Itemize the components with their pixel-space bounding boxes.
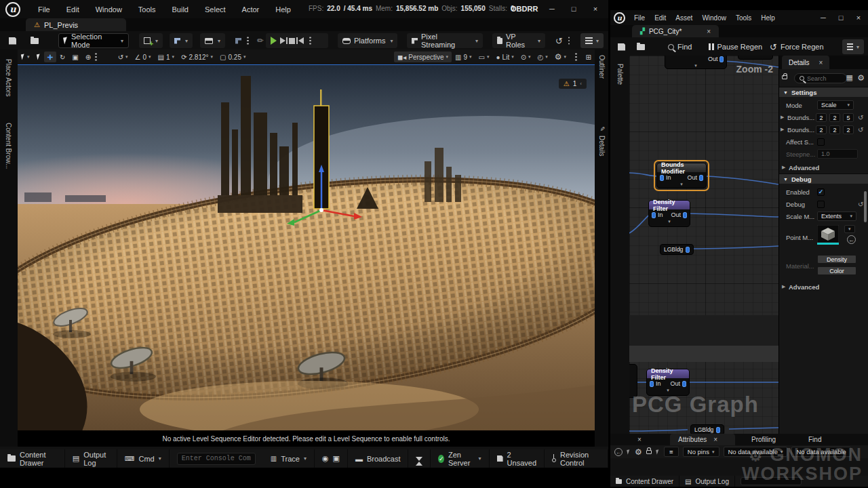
browse-button[interactable] <box>26 33 43 48</box>
enabled-checkbox[interactable]: ✓ <box>817 188 825 196</box>
in-pin[interactable] <box>650 381 654 387</box>
tab-find[interactable]: Find <box>800 434 829 445</box>
output-log-button[interactable]: ▤Output Log <box>65 449 117 468</box>
save-button[interactable] <box>613 39 630 54</box>
details-scrollbar[interactable] <box>864 191 867 222</box>
zen-server-dropdown[interactable]: ✓Zen Server▾ <box>431 449 489 468</box>
out-pin[interactable] <box>716 427 720 433</box>
pins-dropdown[interactable]: No pins▾ <box>683 447 719 457</box>
node-top-out[interactable]: Out ▾ <box>665 56 727 69</box>
affect-checkbox[interactable] <box>817 138 825 146</box>
data-dropdown-1[interactable]: No data available▾ <box>724 447 788 457</box>
output-log-button[interactable]: ▤Output Log <box>679 476 735 487</box>
back-icon[interactable]: ← <box>614 448 623 456</box>
vector-z-field[interactable]: 2 <box>843 125 854 134</box>
steepness-field[interactable]: 1.0 <box>817 149 858 159</box>
scale-tool[interactable]: ▣ <box>68 52 81 62</box>
menu-help[interactable]: Help <box>756 12 780 24</box>
content-drawer-button[interactable]: Content Drawer <box>610 476 679 487</box>
blueprints-dropdown[interactable] <box>170 33 193 48</box>
console-input[interactable] <box>177 453 256 465</box>
scale-snap-dropdown[interactable]: ▢0.25▾ <box>216 52 249 62</box>
maximize-viewport-button[interactable]: ⊞ <box>583 52 595 62</box>
node-lgbldg-2[interactable]: LGBldg <box>690 424 724 434</box>
details-tab[interactable]: Details × <box>782 56 829 69</box>
node-density-filter-1[interactable]: Density Filter In Out ▾ <box>648 200 690 227</box>
row-advanced-2[interactable]: ▶ Advanced <box>779 281 868 293</box>
rotate-tool[interactable]: ↻ <box>56 52 68 62</box>
pcg-graph-canvas[interactable]: Out ▾ Zoom -2 Bounds Modifier In Out ▾ <box>629 56 778 434</box>
cinematics-dropdown[interactable] <box>200 33 225 48</box>
grid-snap-dropdown[interactable]: ▤1▾ <box>155 52 178 62</box>
node-expand-icon[interactable]: ▾ <box>649 219 690 224</box>
surface-snap-dropdown[interactable]: ↺▾ <box>115 52 132 62</box>
in-pin[interactable] <box>660 175 664 181</box>
vp-roles-dropdown[interactable]: VP Roles <box>492 33 545 48</box>
tab-profiling[interactable]: Profiling <box>743 434 784 445</box>
gear-icon[interactable]: ⚙ <box>635 447 642 457</box>
menu-file[interactable]: File <box>30 3 58 16</box>
browse-button[interactable] <box>632 39 650 54</box>
node-lgbldg-1[interactable]: LGBldg <box>660 244 694 255</box>
out-pin[interactable] <box>699 175 703 181</box>
console-input[interactable] <box>741 477 802 485</box>
out-pin[interactable] <box>682 381 686 387</box>
expand-icon[interactable]: ▶ <box>781 115 784 120</box>
select-tool[interactable] <box>33 52 44 62</box>
save-button[interactable] <box>4 33 21 48</box>
pick-icon[interactable] <box>627 449 631 455</box>
show-flags-dropdown[interactable]: ⊙▾ <box>517 52 534 62</box>
tab-attributes[interactable]: Attributes × <box>670 434 735 445</box>
menu-select[interactable]: Select <box>197 3 234 16</box>
vector-x-field[interactable]: 2 <box>816 125 827 134</box>
reset-icon[interactable]: ↺ <box>858 201 863 208</box>
pcg-asset-tab[interactable]: ▞ PCG_City* × <box>632 25 719 37</box>
close-button[interactable]: × <box>852 12 865 24</box>
color-button[interactable]: Color <box>817 266 856 275</box>
close-tab-icon[interactable]: × <box>707 28 711 35</box>
filter-button[interactable]: ≡ <box>664 447 679 457</box>
step-frame-icon[interactable] <box>280 37 285 44</box>
details-lock[interactable] <box>782 73 787 81</box>
settings-menu-button[interactable]: ▾ <box>842 39 864 54</box>
row-advanced-1[interactable]: ▶ Advanced <box>779 161 868 174</box>
find-button[interactable]: Find <box>663 39 696 54</box>
play-options-icon[interactable] <box>309 40 311 42</box>
menu-file[interactable]: File <box>629 12 650 24</box>
unsaved-button[interactable]: 2 Unsaved <box>490 449 545 468</box>
background-tasks-button[interactable] <box>408 449 431 468</box>
node-expand-icon[interactable]: ▾ <box>665 63 726 68</box>
out-pin[interactable] <box>683 212 687 218</box>
mesh-picker-dropdown[interactable]: ▾ <box>844 225 855 233</box>
rotation-snap-dropdown[interactable]: ⟳2.812°▾ <box>178 52 216 62</box>
sidebar-tab-outliner[interactable]: Outliner <box>598 55 606 79</box>
sidebar-tab-content-browser[interactable]: Content Brow... <box>5 123 12 169</box>
pcg-titlebar[interactable]: u File Edit Asset Window Tools Help ─ □ … <box>610 10 868 25</box>
sidebar-tab-palette[interactable]: Palette <box>616 64 624 85</box>
settings-menu-button[interactable]: ▾ <box>580 33 604 48</box>
scale-method-dropdown[interactable]: Extents▾ <box>817 211 856 221</box>
maximize-button[interactable]: □ <box>565 3 583 15</box>
expand-icon[interactable]: ▶ <box>781 127 784 132</box>
viewport-warning-badge[interactable]: ⚠ 1 ‹ <box>559 79 587 89</box>
perspective-dropdown[interactable]: ◼◂Perspective▾ <box>394 52 452 62</box>
play-icon[interactable] <box>271 37 277 45</box>
maximize-button[interactable]: □ <box>834 12 848 24</box>
reset-icon[interactable]: ↺ <box>858 114 863 121</box>
camera-speed-dropdown[interactable]: ▥9▾ <box>452 52 475 62</box>
angle-snap-dropdown[interactable]: ∠0▾ <box>132 52 155 62</box>
tab-debug-collapsed[interactable]: × <box>629 434 650 445</box>
sidebar-tab-place-actors[interactable]: Place Actors <box>5 59 12 97</box>
out-pin[interactable] <box>719 56 724 62</box>
details-settings-button[interactable]: ⚙ <box>857 73 865 83</box>
out-pin[interactable] <box>686 247 690 253</box>
revision-control-dropdown[interactable]: Revision Control <box>545 449 608 468</box>
density-button[interactable]: Density <box>817 255 856 264</box>
vector-y-field[interactable]: 2 <box>829 113 840 122</box>
close-button[interactable]: × <box>587 3 604 15</box>
viewport-scene[interactable]: ⚠ 1 ‹ <box>18 64 595 430</box>
selection-mode-dropdown[interactable]: Selection Mode <box>58 33 129 48</box>
section-debug[interactable]: ▼ Debug <box>779 174 868 184</box>
move-tool[interactable]: ✛ <box>44 52 56 62</box>
node-bounds-modifier[interactable]: Bounds Modifier In Out ▾ <box>656 163 707 188</box>
